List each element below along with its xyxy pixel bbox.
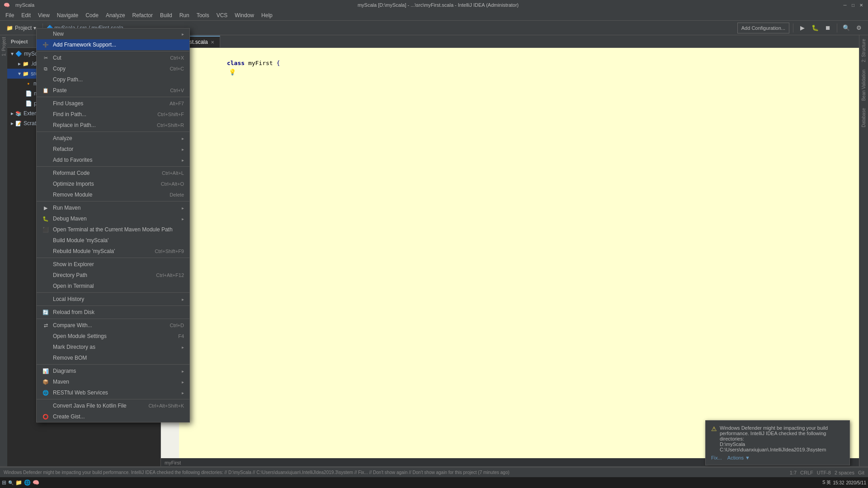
ctx-optimize-imports[interactable]: Optimize Imports Ctrl+Alt+O xyxy=(37,178,189,189)
minimize-button[interactable]: ─ xyxy=(842,2,848,8)
taskbar-chrome[interactable]: 🌐 xyxy=(24,479,31,486)
ctx-rebuild-module[interactable]: Rebuild Module 'myScala' Ctrl+Shift+F9 xyxy=(37,246,189,257)
ctx-copy-path-icon xyxy=(42,76,49,83)
ctx-diagrams[interactable]: 📊 Diagrams ▸ xyxy=(37,366,189,376)
ctx-sep-3 xyxy=(37,131,189,132)
notification-popup: ⚠ Windows Defender might be impacting yo… xyxy=(705,420,850,465)
database-label[interactable]: Database xyxy=(860,106,867,129)
ctx-copy[interactable]: ⧉ Copy Ctrl+C xyxy=(37,63,189,74)
ctx-add-framework-icon: ➕ xyxy=(42,41,49,48)
ctx-find-usages[interactable]: Find Usages Alt+F7 xyxy=(37,98,189,109)
ctx-reload[interactable]: 🔄 Reload from Disk xyxy=(37,307,189,318)
ctx-cut[interactable]: ✂ Cut Ctrl+X xyxy=(37,52,189,63)
actions-link[interactable]: Actions ▼ xyxy=(727,455,750,460)
ctx-reformat[interactable]: Reformat Code Ctrl+Alt+L xyxy=(37,168,189,178)
ctx-debug-maven-icon: 🐛 xyxy=(42,215,49,222)
file-icon: 📄 xyxy=(25,100,32,107)
ctx-restful-icon: 🌐 xyxy=(42,389,49,396)
ctx-run-maven[interactable]: ▶ Run Maven ▸ xyxy=(37,202,189,213)
status-right: 1:7 CRLF UTF-8 2 spaces Git xyxy=(790,470,864,475)
ctx-sep-7 xyxy=(37,292,189,293)
line-separator: CRLF xyxy=(800,470,813,475)
structure-panel-label[interactable]: 2: Structure xyxy=(860,37,867,64)
bean-validation-label[interactable]: Bean Validation xyxy=(860,68,867,103)
ctx-create-gist[interactable]: ⭕ Create Gist... xyxy=(37,411,189,422)
left-side-panel: 1: Project xyxy=(0,35,7,467)
ctx-analyze[interactable]: Analyze ▸ xyxy=(37,133,189,144)
taskbar-intellij[interactable]: 🧠 xyxy=(33,479,39,486)
ctx-replace-in-path[interactable]: Replace in Path... Ctrl+Shift+R xyxy=(37,120,189,131)
code-editor[interactable]: class myFirst { 💡 } xyxy=(179,48,859,458)
clock: 15:32 xyxy=(833,480,844,485)
ctx-maven[interactable]: 📦 Maven ▸ xyxy=(37,376,189,387)
ctx-sep-11 xyxy=(37,399,189,399)
ctx-compare-with[interactable]: ⇄ Compare With... Ctrl+D xyxy=(37,320,189,331)
menu-vcs[interactable]: VCS xyxy=(213,11,231,19)
menu-file[interactable]: File xyxy=(2,11,18,19)
menu-tools[interactable]: Tools xyxy=(193,11,213,19)
ctx-local-history[interactable]: Local History ▸ xyxy=(37,294,189,305)
menu-window[interactable]: Window xyxy=(231,11,258,19)
ctx-show-explorer[interactable]: Show in Explorer xyxy=(37,259,189,270)
project-panel-icon[interactable]: 1: Project xyxy=(1,37,6,56)
ctx-add-favorites[interactable]: Add to Favorites ▸ xyxy=(37,155,189,165)
ctx-mark-directory[interactable]: Mark Directory as ▸ xyxy=(37,342,189,352)
menu-analyze[interactable]: Analyze xyxy=(102,11,129,19)
menu-bar: File Edit View Navigate Code Analyze Ref… xyxy=(0,10,868,21)
ctx-open-terminal-maven[interactable]: ⬛ Open Terminal at the Current Maven Mod… xyxy=(37,224,189,235)
ctx-sep-10 xyxy=(37,364,189,365)
menu-run[interactable]: Run xyxy=(176,11,193,19)
ctx-paste[interactable]: 📋 Paste Ctrl+V xyxy=(37,85,189,96)
taskbar-file-explorer[interactable]: 📁 xyxy=(15,479,22,486)
editor-tabs: 🔸 myFirst.scala ✕ xyxy=(161,35,859,48)
run-button[interactable]: ▶ xyxy=(797,23,808,33)
ctx-open-in-terminal[interactable]: Open in Terminal xyxy=(37,281,189,291)
stop-button[interactable]: ⏹ xyxy=(822,23,833,33)
system-tray: S 英 xyxy=(822,479,831,486)
ctx-build-module[interactable]: Build Module 'myScala' xyxy=(37,235,189,246)
class-name: myFirst xyxy=(248,60,277,66)
search-everywhere-button[interactable]: 🔍 xyxy=(841,23,852,33)
ctx-history-icon xyxy=(42,296,49,303)
close-button[interactable]: ✕ xyxy=(858,2,864,8)
menu-refactor[interactable]: Refactor xyxy=(129,11,156,19)
expand-icon: ▸ xyxy=(11,110,14,117)
menu-view[interactable]: View xyxy=(34,11,53,19)
menu-build[interactable]: Build xyxy=(156,11,176,19)
menu-navigate[interactable]: Navigate xyxy=(53,11,82,19)
debug-button[interactable]: 🐛 xyxy=(810,23,821,33)
menu-code[interactable]: Code xyxy=(82,11,102,19)
ctx-find-in-path[interactable]: Find in Path... Ctrl+Shift+F xyxy=(37,109,189,120)
indent-info: 2 spaces xyxy=(835,470,854,475)
ctx-new[interactable]: New ▸ xyxy=(37,28,189,39)
warning-bulb: 💡 xyxy=(229,69,236,75)
ctx-maven-icon: 📦 xyxy=(42,378,49,385)
add-configuration-button[interactable]: Add Configuration... xyxy=(737,23,789,33)
ctx-refactor[interactable]: Refactor ▸ xyxy=(37,144,189,155)
taskbar-search[interactable]: 🔍 xyxy=(8,480,14,485)
ctx-module-settings[interactable]: Open Module Settings F4 xyxy=(37,331,189,342)
ctx-remove-bom[interactable]: Remove BOM xyxy=(37,352,189,363)
taskbar: ⊞ 🔍 📁 🌐 🧠 S 英 15:32 2020/5/11 xyxy=(0,477,868,488)
tab-close-icon[interactable]: ✕ xyxy=(211,40,214,45)
collapse-icon: ▾ xyxy=(11,51,14,57)
ctx-convert-kotlin[interactable]: Convert Java File to Kotlin File Ctrl+Al… xyxy=(37,400,189,411)
menu-edit[interactable]: Edit xyxy=(18,11,34,19)
menu-help[interactable]: Help xyxy=(258,11,276,19)
ctx-rebuild-icon xyxy=(42,248,49,255)
ctx-debug-maven[interactable]: 🐛 Debug Maven ▸ xyxy=(37,213,189,224)
ctx-add-framework[interactable]: ➕ Add Framework Support... xyxy=(37,39,189,50)
fix-link[interactable]: Fix... xyxy=(711,455,722,460)
context-menu: New ▸ ➕ Add Framework Support... ✂ Cut C… xyxy=(36,28,190,422)
ctx-directory-path[interactable]: Directory Path Ctrl+Alt+F12 xyxy=(37,270,189,281)
maximize-button[interactable]: □ xyxy=(850,2,856,8)
expand-icon: ▾ xyxy=(18,70,21,77)
ctx-sep-9 xyxy=(37,319,189,319)
settings-button[interactable]: ⚙ xyxy=(854,23,864,33)
ctx-copy-path[interactable]: Copy Path... xyxy=(37,74,189,85)
toolbar-separator-3 xyxy=(837,23,837,33)
encoding: UTF-8 xyxy=(817,470,831,475)
start-button[interactable]: ⊞ xyxy=(2,479,6,486)
ctx-restful[interactable]: 🌐 RESTful Web Services ▸ xyxy=(37,387,189,398)
ctx-remove-module[interactable]: Remove Module Delete xyxy=(37,189,189,200)
